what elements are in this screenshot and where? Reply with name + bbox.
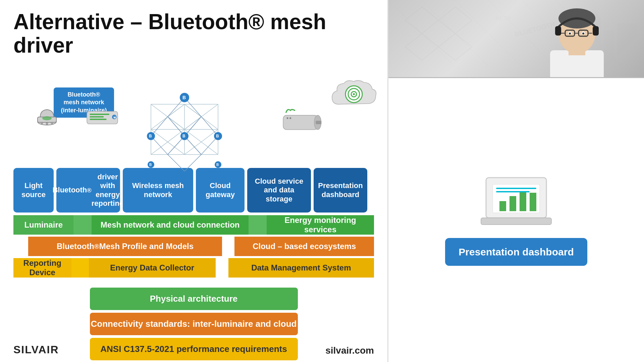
svg-marker-69	[422, 20, 455, 47]
category-row-green: Luminaire Mesh network and cloud connect…	[13, 215, 374, 235]
architecture-section: Physical architecture Connectivity stand…	[13, 288, 374, 360]
svg-marker-68	[438, 7, 472, 34]
svg-marker-38	[184, 117, 218, 155]
mesh-network-diagram: B B B B B B	[134, 87, 268, 171]
category-row-orange: Bluetooth® Mesh Profile and Models Cloud…	[13, 237, 374, 256]
silvair-logo: SILVAIR	[13, 344, 59, 356]
svg-line-33	[184, 104, 201, 117]
svg-text:B: B	[149, 163, 152, 167]
laptop-icon	[479, 174, 553, 228]
cat-bt-mesh-profile: Bluetooth® Mesh Profile and Models	[28, 237, 222, 256]
cat-cloud-ecosystems: Cloud – based ecosystems	[234, 237, 374, 256]
svg-rect-8	[90, 116, 104, 117]
webcam-panel: BLUETOOTH MESH	[388, 0, 644, 77]
page-title: Alternative – Bluetooth® mesh driver	[13, 10, 374, 57]
svg-text:B: B	[216, 163, 219, 167]
cat-energy-monitoring: Energy monitoring services	[267, 215, 374, 235]
svg-line-35	[168, 117, 184, 129]
cloud-icon	[329, 77, 379, 118]
svg-point-55	[287, 117, 288, 119]
svg-text:B: B	[216, 134, 219, 138]
svg-rect-9	[90, 119, 107, 120]
cat-mesh-cloud: Mesh network and cloud connection	[92, 215, 249, 235]
svg-rect-90	[555, 26, 561, 36]
svg-text:MESH: MESH	[495, 15, 511, 21]
driver-icon: ⬓	[86, 108, 119, 128]
svg-rect-54	[316, 121, 321, 124]
svg-point-56	[289, 117, 291, 119]
svg-rect-52	[283, 115, 318, 130]
cat-data-management: Data Management System	[228, 258, 374, 278]
svg-point-94	[569, 33, 571, 35]
light-source-icon	[34, 104, 60, 131]
svg-rect-91	[593, 26, 599, 36]
label-cloud-service: Cloud serviceand data storage	[247, 168, 311, 213]
svg-text:⬓: ⬓	[113, 115, 116, 119]
svg-rect-103	[496, 191, 530, 192]
svg-rect-7	[90, 114, 109, 115]
arch-ansi: ANSI C137.5-2021 performance requirement…	[90, 338, 298, 360]
cat-luminaire: Luminaire	[13, 215, 73, 235]
svg-point-60	[353, 93, 355, 95]
main-slide: Alternative – Bluetooth® mesh driver Blu…	[0, 0, 387, 362]
svg-marker-71	[438, 34, 472, 60]
cat-energy-data-collector: Energy Data Collector	[89, 258, 216, 278]
svg-marker-70	[405, 34, 439, 60]
labels-row: Lightsource Bluetooth® driverwith energy…	[13, 168, 374, 213]
svg-point-3	[41, 122, 43, 124]
svg-rect-98	[499, 201, 506, 211]
svg-marker-37	[151, 117, 184, 155]
svg-point-2	[42, 116, 52, 120]
svg-rect-99	[509, 196, 516, 211]
arch-connectivity: Connectivity standards: inter-luminaire …	[90, 313, 298, 335]
presentation-dashboard-panel: Presentation dashboard	[388, 78, 644, 362]
svg-line-32	[168, 104, 184, 117]
presentation-dashboard-label: Presentation dashboard	[445, 238, 587, 266]
label-cloud-gateway: Cloudgateway	[196, 168, 245, 213]
svg-text:B: B	[182, 95, 186, 100]
svg-rect-102	[496, 188, 536, 189]
svg-text:B: B	[149, 134, 152, 138]
label-light-source: Lightsource	[13, 168, 54, 213]
label-wireless-mesh: Wireless meshnetwork	[123, 168, 193, 213]
svg-point-95	[582, 33, 584, 35]
category-row-yellow: Reporting Device Energy Data Collector D…	[13, 258, 374, 278]
svg-rect-104	[481, 218, 551, 225]
svg-text:B: B	[182, 134, 185, 138]
cloud-gateway-icon	[282, 108, 322, 134]
label-presentation: Presentationdashboard	[314, 168, 367, 213]
svg-marker-67	[405, 7, 439, 34]
silvair-url: silvair.com	[325, 345, 374, 356]
diagram-area: Bluetooth® mesh network (inter-luminaire…	[13, 61, 374, 165]
label-bt-driver: Bluetooth® driverwith energy reporting	[56, 168, 120, 213]
arch-physical: Physical architecture	[90, 288, 298, 310]
svg-line-34	[184, 117, 201, 129]
right-panel: BLUETOOTH MESH	[387, 0, 644, 362]
svg-rect-100	[520, 191, 526, 211]
svg-point-4	[46, 123, 48, 125]
svg-rect-101	[530, 193, 536, 211]
cat-reporting-device: Reporting Device	[13, 258, 71, 278]
svg-point-5	[51, 122, 53, 124]
